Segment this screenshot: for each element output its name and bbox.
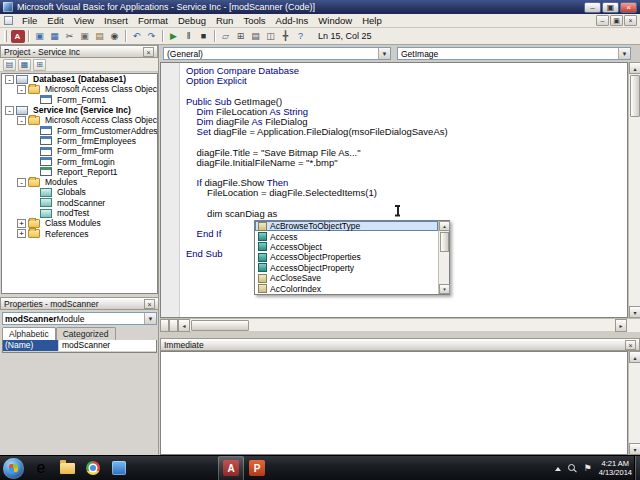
splitter-handle[interactable]: [160, 319, 169, 332]
tab-alphabetic[interactable]: Alphabetic: [2, 327, 56, 340]
property-row[interactable]: (Name)modScanner: [3, 340, 156, 352]
scroll-up-icon[interactable]: ▴: [439, 221, 450, 231]
save-icon[interactable]: ▦: [48, 30, 62, 43]
code-line[interactable]: diagFile.InitialFileName = "*.bmp": [186, 158, 625, 168]
immediate-close-icon[interactable]: ×: [625, 340, 636, 350]
intellisense-item[interactable]: AccessObject: [255, 242, 438, 252]
code-line[interactable]: FileLocation = diagFile.SelectedItems(1): [186, 188, 625, 198]
expand-icon[interactable]: +: [17, 219, 26, 228]
toggle-folders-icon[interactable]: ⊞: [33, 59, 46, 71]
tree-item[interactable]: Form_Form1: [2, 95, 157, 105]
toolbox-icon[interactable]: ╋: [279, 30, 293, 43]
object-combo[interactable]: (General) ▼: [163, 47, 391, 60]
view-object-icon[interactable]: ▦: [18, 59, 31, 71]
scroll-up-icon[interactable]: ▴: [629, 62, 640, 74]
tree-item[interactable]: Report_Report1: [2, 167, 157, 177]
tree-item[interactable]: Form_frmCustomerAddresses: [2, 125, 157, 135]
project-panel-header[interactable]: Project - Service Inc ×: [0, 45, 158, 58]
scrollbar-thumb[interactable]: [191, 320, 249, 331]
intellisense-item[interactable]: AcCloseSave: [255, 273, 438, 283]
close-button[interactable]: ×: [620, 2, 637, 13]
reset-icon[interactable]: ■: [197, 30, 211, 43]
scroll-down-icon[interactable]: ▾: [629, 306, 640, 318]
action-center-icon[interactable]: ⚑: [584, 464, 592, 473]
access-taskbar-button[interactable]: A: [218, 456, 244, 480]
cut-icon[interactable]: ✂: [63, 30, 77, 43]
chevron-down-icon[interactable]: ▼: [378, 48, 390, 59]
code-vertical-scrollbar[interactable]: ▴ ▾: [628, 62, 640, 318]
tree-item[interactable]: Form_frmForm: [2, 146, 157, 156]
menu-tools[interactable]: Tools: [238, 14, 270, 28]
collapse-icon[interactable]: -: [5, 106, 14, 115]
child-minimize-button[interactable]: –: [596, 15, 609, 26]
taskbar-clock[interactable]: 4:21 AM 4/13/2014: [599, 460, 632, 477]
menu-addins[interactable]: Add-Ins: [271, 14, 314, 28]
undo-icon[interactable]: ↶: [130, 30, 144, 43]
scroll-up-icon[interactable]: ▴: [629, 351, 640, 363]
splitter-handle[interactable]: [169, 319, 178, 332]
menu-debug[interactable]: Debug: [173, 14, 211, 28]
tree-item[interactable]: modScanner: [2, 198, 157, 208]
menu-insert[interactable]: Insert: [99, 14, 133, 28]
view-code-icon[interactable]: ▤: [3, 59, 16, 71]
tree-item[interactable]: +Class Modules: [2, 218, 157, 228]
tree-item[interactable]: +References: [2, 228, 157, 238]
menu-file[interactable]: File: [17, 14, 42, 28]
intellisense-scrollbar[interactable]: ▴ ▾: [438, 221, 449, 294]
code-horizontal-scrollbar[interactable]: ◂ ▸: [160, 318, 640, 331]
immediate-header[interactable]: Immediate ×: [160, 338, 640, 351]
immediate-scrollbar[interactable]: ▴ ▾: [628, 351, 640, 455]
show-hidden-icons-icon[interactable]: [555, 467, 561, 471]
property-name[interactable]: (Name): [3, 340, 59, 351]
redo-icon[interactable]: ↷: [145, 30, 159, 43]
intellisense-item[interactable]: AcColorIndex: [255, 283, 438, 293]
maximize-button[interactable]: ▣: [602, 2, 619, 13]
search-icon[interactable]: [568, 464, 577, 473]
menu-help[interactable]: Help: [357, 14, 387, 28]
code-line[interactable]: Option Compare Database: [186, 66, 625, 76]
view-microsoft-access-icon[interactable]: A: [11, 30, 25, 43]
scroll-down-icon[interactable]: ▾: [439, 284, 450, 294]
intellisense-item[interactable]: AcBrowseToObjectType: [255, 221, 438, 231]
file-explorer-taskbar-button[interactable]: [54, 456, 80, 480]
internet-explorer-taskbar-button[interactable]: e: [28, 456, 54, 480]
collapse-icon[interactable]: -: [5, 75, 14, 84]
tab-categorized[interactable]: Categorized: [56, 327, 116, 340]
tree-item[interactable]: -Database1 (Database1): [2, 74, 157, 84]
tree-item[interactable]: -Microsoft Access Class Objects: [2, 84, 157, 94]
code-line[interactable]: Set diagFile = Application.FileDialog(ms…: [186, 127, 625, 137]
scroll-left-icon[interactable]: ◂: [178, 319, 190, 332]
child-restore-button[interactable]: ▣: [610, 15, 623, 26]
menu-format[interactable]: Format: [133, 14, 173, 28]
chevron-down-icon[interactable]: ▼: [144, 313, 156, 324]
insert-module-icon[interactable]: ▣: [33, 30, 47, 43]
procedure-combo[interactable]: GetImage ▼: [397, 47, 631, 60]
breakpoint-margin[interactable]: [161, 63, 180, 317]
code-editor[interactable]: Option Compare DatabaseOption ExplicitPu…: [160, 62, 628, 318]
intellisense-item[interactable]: Access: [255, 231, 438, 241]
help-icon[interactable]: ?: [294, 30, 308, 43]
code-line[interactable]: dim scanDiag as: [186, 209, 625, 219]
scrollbar-thumb[interactable]: [630, 75, 640, 117]
tree-item[interactable]: -Microsoft Access Class Objects: [2, 115, 157, 125]
object-browser-icon[interactable]: ◫: [264, 30, 278, 43]
chevron-down-icon[interactable]: ▼: [618, 48, 630, 59]
powerpoint-taskbar-button[interactable]: P: [244, 456, 270, 480]
scroll-down-icon[interactable]: ▾: [629, 443, 640, 455]
tree-item[interactable]: Form_frmLogin: [2, 156, 157, 166]
tree-item[interactable]: -Service Inc (Service Inc): [2, 105, 157, 115]
code-line[interactable]: Option Explicit: [186, 76, 625, 86]
collapse-icon[interactable]: -: [17, 178, 26, 187]
module-window-icon[interactable]: [4, 16, 13, 25]
project-close-icon[interactable]: ×: [143, 47, 154, 57]
intellisense-item[interactable]: AccessObjectProperty: [255, 263, 438, 273]
menu-window[interactable]: Window: [313, 14, 357, 28]
break-icon[interactable]: ‖: [182, 30, 196, 43]
find-icon[interactable]: ◉: [108, 30, 122, 43]
properties-window-icon[interactable]: ▤: [249, 30, 263, 43]
properties-close-icon[interactable]: ×: [144, 299, 155, 309]
run-sub-icon[interactable]: ▶: [167, 30, 181, 43]
design-mode-icon[interactable]: ▱: [219, 30, 233, 43]
menu-view[interactable]: View: [69, 14, 99, 28]
immediate-body[interactable]: [160, 351, 628, 455]
